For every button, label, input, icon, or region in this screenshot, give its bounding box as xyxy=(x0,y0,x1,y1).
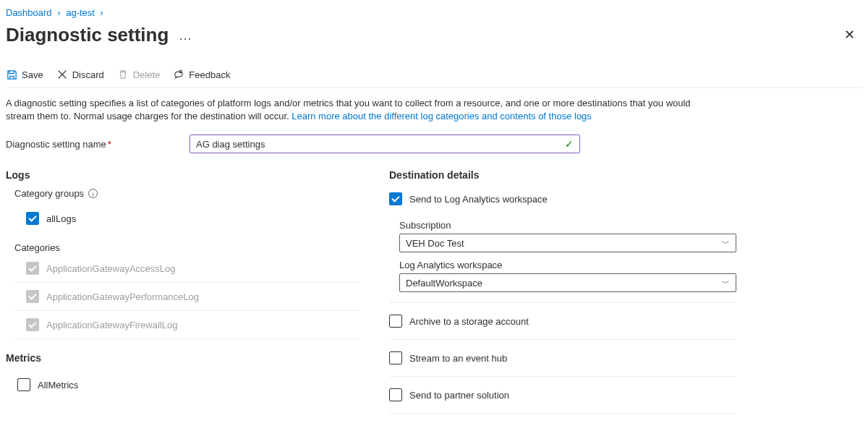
discard-label: Discard xyxy=(72,69,104,80)
name-input[interactable] xyxy=(196,135,565,153)
delete-button: Delete xyxy=(117,69,161,80)
page-title: Diagnostic setting xyxy=(6,24,169,46)
logs-heading: Logs xyxy=(6,169,360,181)
more-menu[interactable]: ⋯ xyxy=(179,30,193,46)
breadcrumb-sep: › xyxy=(98,7,106,18)
subscription-value: VEH Doc Test xyxy=(406,238,464,249)
delete-label: Delete xyxy=(133,69,161,80)
name-input-wrapper[interactable]: ✓ xyxy=(190,135,580,153)
allmetrics-checkbox[interactable] xyxy=(17,378,30,391)
save-label: Save xyxy=(22,69,43,80)
category-label: ApplicationGatewayFirewallLog xyxy=(46,320,177,330)
breadcrumb-sep: › xyxy=(54,7,63,18)
discard-icon xyxy=(56,69,68,80)
feedback-button[interactable]: Feedback xyxy=(173,69,230,80)
alllogs-checkbox[interactable] xyxy=(26,212,39,225)
partner-label: Send to partner solution xyxy=(409,390,509,401)
alllogs-label: allLogs xyxy=(46,213,76,224)
workspace-dropdown[interactable]: DefaultWorkspace ﹀ xyxy=(399,273,736,292)
partner-checkbox[interactable] xyxy=(389,388,402,401)
metrics-heading: Metrics xyxy=(6,352,360,364)
category-checkbox-firewalllog xyxy=(26,318,39,331)
close-icon[interactable]: ✕ xyxy=(837,22,862,47)
name-label: Diagnostic setting name* xyxy=(6,139,187,150)
category-label: ApplicationGatewayPerformanceLog xyxy=(46,291,199,302)
workspace-label: Log Analytics workspace xyxy=(399,260,736,270)
toolbar: Save Discard Delete Feedback xyxy=(6,56,862,88)
eventhub-checkbox[interactable] xyxy=(389,351,402,364)
info-icon[interactable]: i xyxy=(88,189,98,198)
send-la-label: Send to Log Analytics workspace xyxy=(409,194,548,205)
category-checkbox-performancelog xyxy=(26,290,39,303)
breadcrumb-dashboard[interactable]: Dashboard xyxy=(6,7,52,18)
category-label: ApplicationGatewayAccessLog xyxy=(46,263,176,274)
categories-label: Categories xyxy=(14,242,360,253)
destination-heading: Destination details xyxy=(389,169,736,181)
archive-label: Archive to a storage account xyxy=(409,316,529,327)
save-button[interactable]: Save xyxy=(6,69,43,80)
breadcrumb: Dashboard › ag-test › xyxy=(6,6,862,22)
intro-text: A diagnostic setting specifies a list of… xyxy=(6,88,715,130)
chevron-down-icon: ﹀ xyxy=(722,238,730,249)
category-checkbox-accesslog xyxy=(26,262,39,275)
save-icon xyxy=(6,69,17,80)
learn-more-link[interactable]: Learn more about the different log categ… xyxy=(292,111,592,121)
workspace-value: DefaultWorkspace xyxy=(406,278,482,289)
chevron-down-icon: ﹀ xyxy=(722,278,730,289)
discard-button[interactable]: Discard xyxy=(56,69,104,80)
subscription-dropdown[interactable]: VEH Doc Test ﹀ xyxy=(399,234,736,252)
feedback-icon xyxy=(173,69,184,80)
subscription-label: Subscription xyxy=(399,220,736,231)
required-asterisk: * xyxy=(108,139,111,150)
breadcrumb-agtest[interactable]: ag-test xyxy=(66,7,95,18)
feedback-label: Feedback xyxy=(189,69,230,80)
valid-check-icon: ✓ xyxy=(565,138,574,150)
allmetrics-label: AllMetrics xyxy=(38,380,78,391)
send-la-checkbox[interactable] xyxy=(389,192,402,205)
archive-checkbox[interactable] xyxy=(389,315,402,328)
delete-icon xyxy=(117,69,129,80)
category-groups-label: Category groups xyxy=(14,188,84,199)
eventhub-label: Stream to an event hub xyxy=(409,353,507,364)
